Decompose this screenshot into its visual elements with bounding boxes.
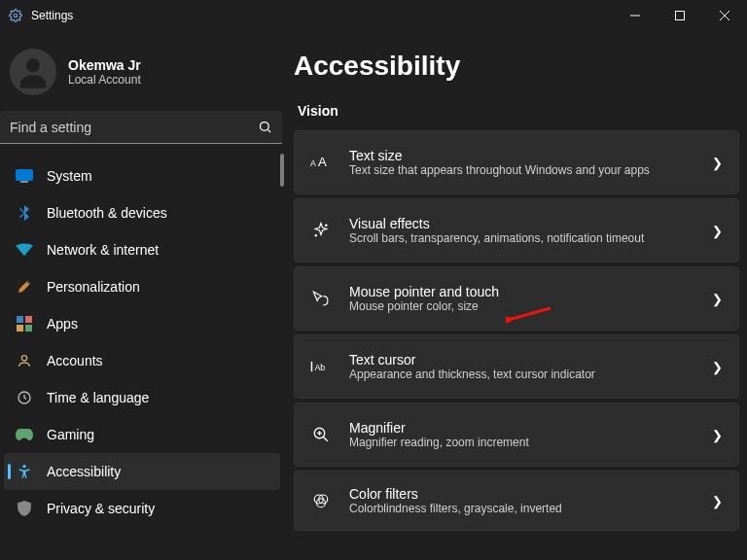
card-title: Visual effects bbox=[349, 216, 694, 231]
svg-rect-13 bbox=[25, 325, 32, 332]
time-icon bbox=[16, 389, 33, 406]
svg-line-7 bbox=[267, 129, 270, 132]
color-filters-icon bbox=[310, 492, 332, 509]
svg-rect-10 bbox=[17, 316, 23, 323]
card-text-cursor[interactable]: Ab Text cursorAppearance and thickness, … bbox=[294, 334, 739, 399]
text-size-icon: AA bbox=[310, 154, 332, 171]
apps-icon bbox=[16, 315, 33, 332]
svg-point-0 bbox=[14, 14, 18, 18]
svg-text:A: A bbox=[310, 158, 316, 168]
nav-label: Gaming bbox=[47, 427, 94, 442]
nav-item-accounts[interactable]: Accounts bbox=[4, 342, 280, 379]
nav-label: Apps bbox=[47, 316, 78, 332]
card-text-size[interactable]: AA Text sizeText size that appears throu… bbox=[294, 130, 739, 194]
gaming-icon bbox=[16, 426, 33, 443]
card-subtitle: Colorblindness filters, grayscale, inver… bbox=[349, 502, 694, 515]
maximize-button[interactable] bbox=[658, 0, 702, 31]
nav-item-privacy[interactable]: Privacy & security bbox=[4, 490, 280, 527]
card-list: AA Text sizeText size that appears throu… bbox=[294, 130, 739, 531]
svg-rect-9 bbox=[20, 181, 28, 183]
system-icon bbox=[16, 167, 33, 185]
card-title: Color filters bbox=[349, 486, 694, 502]
svg-rect-2 bbox=[676, 12, 685, 20]
nav-label: Network & internet bbox=[47, 242, 159, 258]
chevron-right-icon: ❯ bbox=[712, 494, 723, 508]
nav-item-gaming[interactable]: Gaming bbox=[4, 416, 280, 453]
svg-rect-12 bbox=[17, 325, 23, 332]
chevron-right-icon: ❯ bbox=[712, 360, 723, 374]
svg-rect-11 bbox=[25, 316, 32, 323]
card-subtitle: Appearance and thickness, text cursor in… bbox=[349, 368, 694, 381]
card-subtitle: Scroll bars, transparency, animations, n… bbox=[349, 231, 694, 245]
chevron-right-icon: ❯ bbox=[712, 428, 723, 442]
avatar bbox=[10, 49, 56, 95]
nav-label: Privacy & security bbox=[47, 501, 155, 516]
svg-point-5 bbox=[26, 58, 40, 72]
nav-item-bluetooth[interactable]: Bluetooth & devices bbox=[4, 194, 280, 231]
section-header: Vision bbox=[298, 103, 739, 119]
accessibility-icon bbox=[16, 463, 33, 480]
nav-label: Bluetooth & devices bbox=[47, 205, 167, 221]
user-account-type: Local Account bbox=[68, 73, 141, 87]
nav-item-system[interactable]: System bbox=[4, 158, 280, 194]
svg-line-24 bbox=[323, 437, 328, 441]
nav-item-apps[interactable]: Apps bbox=[4, 305, 280, 342]
main: Accessibility Vision AA Text sizeText si… bbox=[284, 31, 747, 560]
card-visual-effects[interactable]: Visual effectsScroll bars, transparency,… bbox=[294, 198, 739, 262]
nav-label: System bbox=[47, 168, 92, 184]
card-color-filters[interactable]: Color filtersColorblindness filters, gra… bbox=[294, 471, 739, 531]
nav-item-personalization[interactable]: Personalization bbox=[4, 268, 280, 305]
minimize-button[interactable] bbox=[613, 0, 658, 31]
svg-point-16 bbox=[22, 465, 25, 468]
chevron-right-icon: ❯ bbox=[712, 224, 723, 238]
chevron-right-icon: ❯ bbox=[712, 156, 723, 170]
page-title: Accessibility bbox=[294, 51, 739, 82]
card-title: Text size bbox=[349, 148, 694, 163]
chevron-right-icon: ❯ bbox=[712, 292, 723, 306]
card-subtitle: Text size that appears throughout Window… bbox=[349, 163, 694, 177]
svg-point-19 bbox=[326, 225, 328, 227]
svg-point-14 bbox=[21, 356, 26, 361]
window-title: Settings bbox=[31, 9, 73, 22]
svg-rect-8 bbox=[17, 170, 33, 181]
privacy-icon bbox=[16, 500, 33, 517]
user-name: Okemwa Jr bbox=[68, 57, 141, 73]
nav-item-time[interactable]: Time & language bbox=[4, 379, 280, 416]
card-title: Mouse pointer and touch bbox=[349, 284, 694, 299]
nav-label: Accessibility bbox=[47, 464, 121, 479]
brush-icon bbox=[16, 278, 33, 296]
svg-text:Ab: Ab bbox=[314, 363, 325, 372]
svg-text:A: A bbox=[318, 155, 327, 169]
bluetooth-icon bbox=[16, 204, 33, 222]
nav-label: Time & language bbox=[47, 390, 149, 405]
nav: System Bluetooth & devices Network & int… bbox=[0, 154, 284, 527]
search-icon bbox=[258, 120, 272, 134]
search-input[interactable] bbox=[10, 120, 258, 135]
nav-label: Accounts bbox=[47, 353, 103, 368]
window-controls bbox=[613, 0, 747, 31]
card-subtitle: Mouse pointer color, size bbox=[349, 299, 694, 313]
text-cursor-icon: Ab bbox=[310, 359, 332, 374]
card-title: Magnifier bbox=[349, 420, 694, 436]
close-button[interactable] bbox=[702, 0, 747, 31]
card-subtitle: Magnifier reading, zoom increment bbox=[349, 436, 694, 449]
user-profile[interactable]: Okemwa Jr Local Account bbox=[0, 43, 284, 111]
accounts-icon bbox=[16, 352, 33, 369]
nav-item-accessibility[interactable]: Accessibility bbox=[4, 453, 280, 490]
card-title: Text cursor bbox=[349, 352, 694, 368]
svg-point-20 bbox=[315, 235, 317, 237]
sidebar: Okemwa Jr Local Account System Bluetooth… bbox=[0, 31, 284, 560]
settings-app-icon bbox=[8, 8, 23, 23]
magnifier-icon bbox=[310, 426, 332, 443]
svg-point-6 bbox=[261, 122, 269, 131]
pointer-icon bbox=[310, 290, 332, 307]
card-magnifier[interactable]: MagnifierMagnifier reading, zoom increme… bbox=[294, 402, 739, 467]
nav-label: Personalization bbox=[47, 279, 140, 295]
nav-item-network[interactable]: Network & internet bbox=[4, 231, 280, 268]
scrollbar-thumb[interactable] bbox=[280, 154, 284, 187]
search-box[interactable] bbox=[0, 111, 282, 144]
sparkle-icon bbox=[310, 222, 332, 239]
wifi-icon bbox=[16, 241, 33, 259]
card-mouse-pointer[interactable]: Mouse pointer and touchMouse pointer col… bbox=[294, 266, 739, 331]
